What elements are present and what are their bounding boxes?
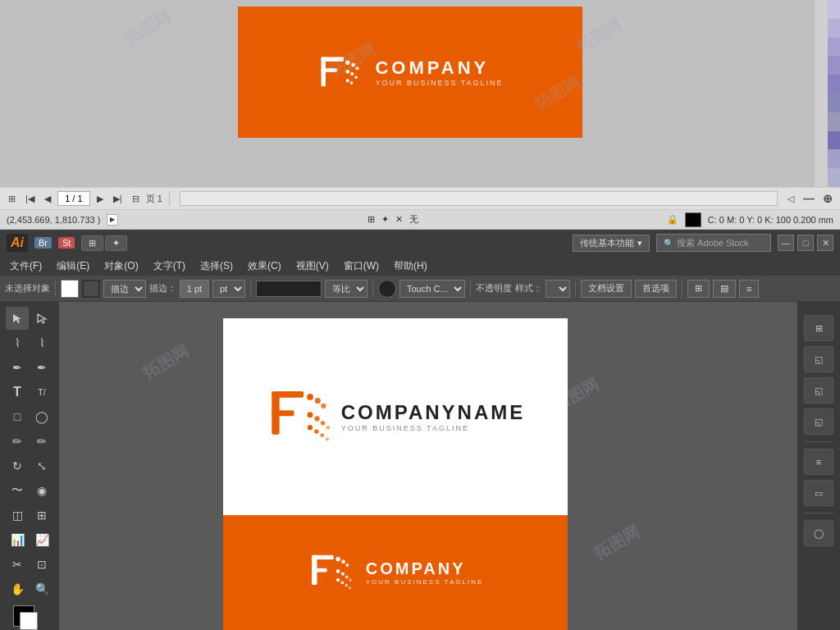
menu-file[interactable]: 文件(F) (3, 258, 48, 275)
panel-btn-7[interactable]: ◯ (804, 520, 833, 546)
stroke-color-swatch[interactable] (82, 280, 100, 298)
nav-prev-btn[interactable]: ◀ (41, 192, 54, 206)
arrange-btn[interactable]: ✦ (105, 235, 127, 251)
scale-tool[interactable]: ⤡ (30, 454, 53, 477)
pen-tool[interactable]: ✒ (6, 356, 29, 379)
close-btn[interactable]: ✕ (817, 235, 833, 251)
sub-brush-tool[interactable]: ✏ (30, 430, 53, 453)
minimize-btn[interactable]: — (778, 235, 794, 251)
menu-edit[interactable]: 编辑(E) (50, 258, 96, 275)
panel-btn-5[interactable]: ≡ (804, 449, 833, 475)
right-panel: ⊞ ◱ ◱ ◱ ≡ ▭ ◯ (797, 302, 840, 630)
panel-btn-2[interactable]: ◱ (804, 346, 833, 372)
touch-select[interactable]: Touch C... (399, 280, 465, 298)
rotate-tool[interactable]: ↻ (6, 454, 29, 477)
view-grid-btn[interactable]: ⊞ (81, 235, 103, 251)
nav-collapse-btn[interactable]: ◁ (784, 192, 797, 206)
workspace-selector[interactable]: 传统基本功能 ▾ (573, 235, 650, 252)
swatch-2[interactable] (828, 19, 840, 38)
nav-next-last-btn[interactable]: ▶| (110, 192, 126, 206)
svg-point-8 (355, 75, 358, 78)
stroke-weight-input[interactable]: 1 pt (180, 280, 209, 298)
gradient-tool[interactable]: ◫ (6, 504, 29, 527)
panel-btn-1[interactable]: ⊞ (804, 315, 833, 341)
stroke-line-swatch[interactable] (256, 281, 322, 297)
brush-tools-row: ✏ ✏ (6, 430, 53, 453)
svg-rect-2 (322, 68, 337, 72)
adobe-stock-search[interactable]: 🔍 搜索 Adobe Stock (656, 234, 771, 252)
nav-zoom-out-btn[interactable]: — (801, 192, 817, 205)
menu-help[interactable]: 帮助(H) (387, 258, 434, 275)
slice-tool[interactable]: ✂ (6, 553, 29, 576)
menu-view[interactable]: 视图(V) (290, 258, 336, 275)
stroke-units-select[interactable]: pt (212, 280, 245, 298)
bridge-badge[interactable]: Br (34, 237, 52, 249)
sub-shape-tool[interactable]: ◯ (30, 405, 53, 428)
artboard-tool[interactable]: ⊡ (30, 553, 53, 576)
menu-btn2[interactable]: ≡ (739, 280, 759, 298)
stroke-dropdown[interactable]: 描边 (103, 280, 146, 298)
panel-btn[interactable]: ▤ (713, 280, 736, 298)
swatch-7[interactable] (828, 112, 840, 131)
swatch-3[interactable] (828, 38, 840, 57)
arrange-icons-btn[interactable]: ⊞ (687, 280, 710, 298)
zoom-tool[interactable]: 🔍 (30, 578, 53, 600)
warp-tool[interactable]: ⌇ (6, 331, 29, 354)
doc-settings-btn[interactable]: 文档设置 (581, 280, 632, 298)
fill-color-swatch[interactable] (61, 280, 79, 298)
stock-badge[interactable]: St (58, 237, 75, 249)
hand-tool[interactable]: ✋ (6, 578, 29, 600)
rectangle-tool[interactable]: □ (6, 405, 29, 428)
status-play-btn[interactable]: ▶ (107, 214, 118, 226)
type-tool[interactable]: T (6, 381, 29, 404)
page-number-input[interactable]: 1 / 1 (57, 191, 90, 206)
swatch-5[interactable] (828, 75, 840, 94)
svg-point-18 (314, 416, 319, 421)
sub-pen-tool[interactable]: ✒ (30, 356, 53, 379)
swatch-4[interactable] (828, 56, 840, 75)
menu-select[interactable]: 选择(S) (194, 258, 240, 275)
white-business-card: COMPANYNAME YOUR BUSINESS TAGLINE (223, 318, 568, 515)
scale-select[interactable]: 等比 (325, 280, 368, 298)
svg-point-21 (308, 425, 313, 430)
nav-next-btn[interactable]: ▶ (94, 192, 107, 206)
menu-window[interactable]: 窗口(W) (337, 258, 386, 275)
menu-effects[interactable]: 效果(C) (241, 258, 288, 275)
canvas-area[interactable]: 拓图网 拓图网 拓图网 拓图网 拓图网 拓图网 (59, 302, 797, 630)
maximize-btn[interactable]: □ (797, 235, 814, 251)
panel-btn-4[interactable]: ◱ (804, 409, 833, 435)
menu-text[interactable]: 文字(T) (147, 258, 192, 275)
brush-swatch[interactable] (378, 280, 396, 298)
swatch-9[interactable] (828, 149, 840, 168)
nav-zoom-in-btn[interactable]: ⊕ (820, 192, 835, 205)
selection-tool[interactable] (6, 307, 29, 330)
mesh-tool[interactable]: ⊞ (30, 504, 53, 527)
nav-last-btn[interactable]: ⊟ (129, 192, 143, 206)
nav-horizontal-scroll[interactable] (180, 191, 778, 206)
opacity-label: 不透明度 (476, 282, 512, 294)
style-select[interactable] (546, 280, 570, 298)
panel-btn-3[interactable]: ◱ (804, 377, 833, 404)
chart-tool[interactable]: 📊 (6, 528, 29, 551)
view-controls: ⊞ ✦ (81, 235, 127, 251)
sub-chart-tool[interactable]: 📈 (30, 528, 53, 551)
swatch-8[interactable] (828, 131, 840, 150)
swatch-6[interactable] (828, 94, 840, 112)
top-scrollbar[interactable] (814, 0, 827, 187)
menu-object[interactable]: 对象(O) (98, 258, 144, 275)
panel-btn-6[interactable]: ▭ (804, 480, 833, 506)
sub-warp-tool[interactable]: ⌇ (30, 331, 53, 354)
nav-prev-first-btn[interactable]: |◀ (22, 192, 38, 206)
swatch-10[interactable] (828, 168, 840, 187)
sub-type-tool[interactable]: T/ (30, 381, 53, 404)
company-tagline-main: YOUR BUSINESS TAGLINE (341, 424, 526, 432)
warp-tool2[interactable]: 〜 (6, 479, 29, 502)
direct-selection-tool[interactable] (30, 307, 53, 330)
orange-card-logo-svg (308, 553, 353, 592)
background-color[interactable] (20, 612, 38, 630)
brush-tool[interactable]: ✏ (6, 430, 29, 453)
nav-first-btn[interactable]: ⊞ (5, 192, 19, 206)
swatch-1[interactable] (828, 0, 840, 19)
liquify-tool[interactable]: ◉ (30, 479, 53, 502)
preferences-btn[interactable]: 首选项 (635, 280, 677, 298)
